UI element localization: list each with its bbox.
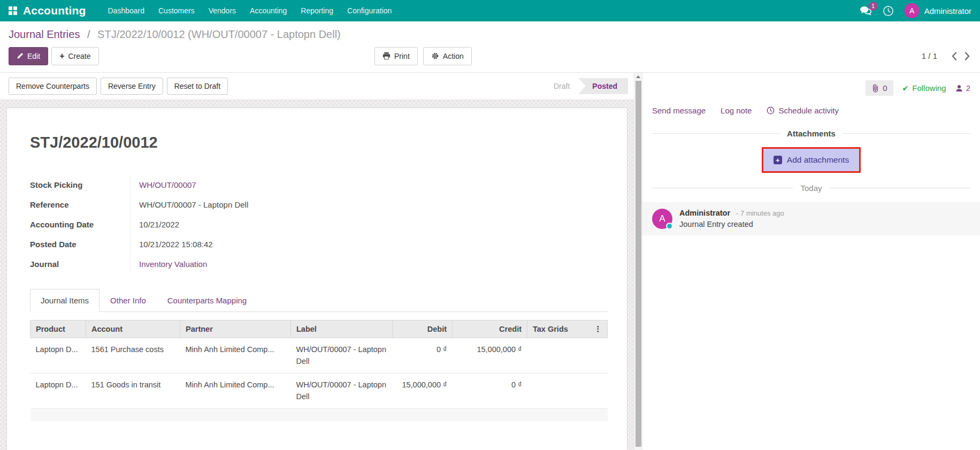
menu-vendors[interactable]: Vendors bbox=[202, 0, 243, 21]
cell-tax-grids bbox=[527, 338, 608, 373]
journal-items-table: Product Account Partner Label Debit Cred… bbox=[30, 320, 608, 421]
cell-credit: 15,000,000 ₫ bbox=[453, 338, 527, 373]
status-draft[interactable]: Draft bbox=[545, 78, 578, 94]
field-label: Reference bbox=[30, 200, 130, 209]
navbar-systray: 1 A Administrator bbox=[860, 3, 971, 18]
plus-square-icon: + bbox=[774, 156, 782, 164]
tab-other-info[interactable]: Other Info bbox=[99, 289, 157, 312]
field-label: Posted Date bbox=[30, 240, 130, 249]
optional-columns-toggle-icon[interactable]: ⋮ bbox=[594, 325, 602, 333]
menu-configuration[interactable]: Configuration bbox=[340, 0, 399, 21]
pager-next-button[interactable] bbox=[963, 51, 971, 62]
scrollbar-up-arrow-icon[interactable] bbox=[634, 73, 642, 80]
status-widget: Draft Posted bbox=[545, 78, 628, 94]
breadcrumb-journal-entries[interactable]: Journal Entries bbox=[9, 28, 80, 40]
cell-partner: Minh Anh Limited Comp... bbox=[180, 338, 291, 373]
check-icon: ✔ bbox=[902, 84, 909, 93]
reset-to-draft-button[interactable]: Reset to Draft bbox=[167, 78, 228, 95]
app-title[interactable]: Accounting bbox=[23, 4, 86, 17]
journal-link[interactable]: Inventory Valuation bbox=[130, 260, 207, 269]
print-button[interactable]: Print bbox=[374, 47, 418, 65]
action-button[interactable]: Action bbox=[423, 47, 472, 65]
cell-label: WH/OUT/00007 - Laptopn Dell bbox=[291, 373, 393, 408]
table-row[interactable]: Laptopn D... 1561 Purchase costs Minh An… bbox=[30, 338, 608, 373]
online-status-dot bbox=[666, 223, 673, 230]
document-buttons: Print Action bbox=[374, 47, 472, 65]
tab-counterparts-mapping[interactable]: Counterparts Mapping bbox=[157, 289, 257, 312]
menu-customers[interactable]: Customers bbox=[151, 0, 202, 21]
tab-journal-items[interactable]: Journal Items bbox=[30, 289, 99, 312]
col-account[interactable]: Account bbox=[86, 321, 180, 338]
chevron-left-icon bbox=[951, 52, 957, 60]
field-stock-picking: Stock Picking WH/OUT/00007 bbox=[30, 175, 372, 195]
pager-previous-button[interactable] bbox=[950, 51, 958, 62]
schedule-activity-button[interactable]: Schedule activity bbox=[767, 106, 839, 115]
apps-grid-icon[interactable] bbox=[9, 6, 17, 15]
field-label: Stock Picking bbox=[30, 180, 130, 189]
control-panel: Journal Entries / STJ/2022/10/0012 (WH/O… bbox=[0, 21, 980, 73]
table-footer-strip bbox=[30, 408, 608, 421]
col-debit[interactable]: Debit bbox=[393, 321, 453, 338]
field-accounting-date: Accounting Date 10/21/2022 bbox=[30, 215, 372, 234]
cell-tax-grids bbox=[527, 373, 608, 408]
field-journal: Journal Inventory Valuation bbox=[30, 254, 372, 274]
remove-counterparts-button[interactable]: Remove Counterparts bbox=[9, 78, 97, 95]
cell-label: WH/OUT/00007 - Laptopn Dell bbox=[291, 338, 393, 373]
chevron-right-icon bbox=[964, 52, 970, 60]
col-tax-grids[interactable]: Tax Grids ⋮ bbox=[527, 321, 608, 338]
followers-button[interactable]: 2 bbox=[955, 83, 970, 93]
cell-debit: 15,000,000 ₫ bbox=[393, 373, 453, 408]
activities-clock-icon[interactable] bbox=[883, 5, 894, 17]
log-note-button[interactable]: Log note bbox=[721, 106, 752, 115]
printer-icon bbox=[382, 52, 391, 60]
table-row[interactable]: Laptopn D... 151 Goods in transit Minh A… bbox=[30, 373, 608, 408]
create-button[interactable]: + Create bbox=[51, 47, 98, 65]
person-icon bbox=[955, 85, 963, 92]
menu-dashboard[interactable]: Dashboard bbox=[101, 0, 152, 21]
following-button[interactable]: ✔ Following bbox=[902, 83, 946, 93]
field-label: Journal bbox=[30, 260, 130, 269]
accounting-date-value: 10/21/2022 bbox=[130, 220, 179, 229]
cell-product: Laptopn D... bbox=[30, 373, 86, 408]
edit-button[interactable]: Edit bbox=[9, 47, 48, 65]
apps-menu-button[interactable]: Accounting bbox=[9, 4, 86, 17]
col-credit[interactable]: Credit bbox=[453, 321, 527, 338]
cell-account: 151 Goods in transit bbox=[86, 373, 180, 408]
col-label[interactable]: Label bbox=[291, 321, 393, 338]
field-posted-date: Posted Date 10/21/2022 15:08:42 bbox=[30, 234, 372, 254]
main-menu: Dashboard Customers Vendors Accounting R… bbox=[101, 0, 399, 21]
cell-account: 1561 Purchase costs bbox=[86, 338, 180, 373]
reverse-entry-button[interactable]: Reverse Entry bbox=[101, 78, 163, 95]
message-content: Administrator - 7 minutes ago Journal En… bbox=[679, 209, 784, 229]
table-header-row: Product Account Partner Label Debit Cred… bbox=[30, 321, 608, 338]
journal-entry-title: STJ/2022/10/0012 bbox=[30, 134, 608, 151]
form-statusbar: Remove Counterparts Reverse Entry Reset … bbox=[0, 73, 642, 100]
col-partner[interactable]: Partner bbox=[180, 321, 291, 338]
add-attachments-button[interactable]: + Add attachments bbox=[763, 149, 859, 171]
add-attachments-row: + Add attachments bbox=[642, 147, 980, 173]
menu-reporting[interactable]: Reporting bbox=[294, 0, 340, 21]
attachments-count-button[interactable]: 0 bbox=[866, 80, 893, 96]
main-content: Remove Counterparts Reverse Entry Reset … bbox=[0, 73, 980, 450]
field-label: Accounting Date bbox=[30, 220, 130, 229]
vertical-scrollbar[interactable] bbox=[634, 73, 642, 450]
breadcrumb-separator: / bbox=[87, 28, 90, 40]
user-menu[interactable]: A Administrator bbox=[905, 3, 971, 18]
pencil-icon bbox=[17, 52, 24, 59]
control-panel-buttons: Edit + Create Print Ac bbox=[9, 46, 971, 66]
scrollbar-thumb[interactable] bbox=[636, 81, 641, 447]
breadcrumb: Journal Entries / STJ/2022/10/0012 (WH/O… bbox=[9, 28, 971, 41]
cell-product: Laptopn D... bbox=[30, 338, 86, 373]
message-body: Journal Entry created bbox=[679, 220, 784, 228]
reference-value: WH/OUT/00007 - Laptopn Dell bbox=[130, 200, 248, 209]
pager-count: 1 / 1 bbox=[922, 51, 937, 60]
top-navbar: Accounting Dashboard Customers Vendors A… bbox=[0, 0, 980, 21]
messages-icon[interactable]: 1 bbox=[860, 6, 872, 16]
col-product[interactable]: Product bbox=[30, 321, 86, 338]
message-avatar: A bbox=[652, 209, 672, 229]
send-message-button[interactable]: Send message bbox=[652, 106, 706, 115]
cell-partner: Minh Anh Limited Comp... bbox=[180, 373, 291, 408]
stock-picking-link[interactable]: WH/OUT/00007 bbox=[130, 180, 196, 189]
menu-accounting[interactable]: Accounting bbox=[243, 0, 294, 21]
message-author[interactable]: Administrator bbox=[679, 209, 730, 217]
